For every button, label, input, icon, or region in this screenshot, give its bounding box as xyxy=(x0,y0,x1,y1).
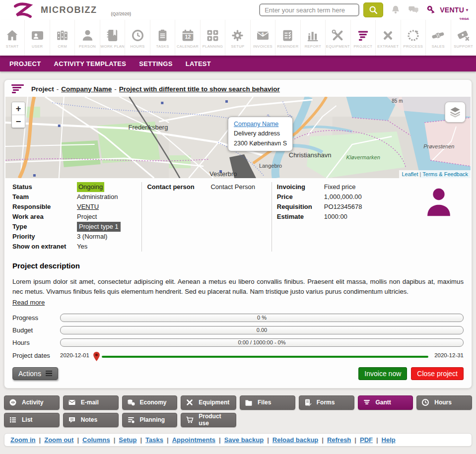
details-middle-column: Contact personContact Person xyxy=(141,182,271,252)
hours-bar: 0:00 / 1000:00 - 0% xyxy=(60,338,464,347)
tab-activity[interactable]: Activity xyxy=(4,395,60,410)
link-zoom-out[interactable]: Zoom out xyxy=(44,436,73,444)
project-panel: Project - Company Name - Project with di… xyxy=(4,79,472,389)
subnav-project[interactable]: PROJECT xyxy=(3,60,48,67)
economy-coins-icon xyxy=(127,398,135,406)
toolbar-item-report[interactable]: REPORT xyxy=(301,20,326,56)
team-value: Administration xyxy=(77,192,118,202)
map-zoom-out-button[interactable]: − xyxy=(12,115,25,128)
list-icon xyxy=(9,416,17,424)
search-button[interactable] xyxy=(363,2,383,17)
actions-menu-button[interactable]: Actions xyxy=(12,367,58,380)
tab-hours[interactable]: Hours xyxy=(416,395,472,410)
link-setup[interactable]: Setup xyxy=(119,436,136,444)
tab-product-use[interactable]: Product use xyxy=(181,413,236,427)
toolbar-item-calendar[interactable]: 12 CALENDAR xyxy=(175,20,200,56)
toolbar-item-setup[interactable]: SETUP xyxy=(225,20,250,56)
user-menu[interactable]: VENTU ▼ xyxy=(440,6,469,14)
project-end-date: 2020-12-31 xyxy=(434,352,464,358)
toolbar-item-process[interactable]: PROCESS xyxy=(401,20,426,56)
project-dates-row: Project dates 2020-12-01 2020-12-31 xyxy=(12,351,464,360)
toolbar-item-tasks[interactable]: TASKS xyxy=(150,20,175,56)
app-version: (Q2/2020) xyxy=(111,11,131,16)
link-refresh[interactable]: Refresh xyxy=(327,436,351,444)
tab-economy[interactable]: Economy xyxy=(122,395,178,410)
toolbar-item-person[interactable]: PERSON xyxy=(75,20,100,56)
cart-icon xyxy=(186,416,194,424)
leaflet-map[interactable]: Frederiksberg Vesterbro Christianshavn L… xyxy=(5,97,471,178)
breadcrumb-project-link[interactable]: Project with different title to show sea… xyxy=(119,85,280,93)
gantt-icon xyxy=(363,398,371,406)
estimate-value: 1000:00 xyxy=(324,212,347,222)
gear-icon xyxy=(230,28,245,43)
toolbar-item-user[interactable]: USER xyxy=(25,20,50,56)
tab-equipment[interactable]: Equipment xyxy=(181,395,236,410)
subnav-latest[interactable]: LATEST xyxy=(179,60,217,67)
map-label-langebro: Langebro xyxy=(259,163,282,169)
messages-chat-icon[interactable] xyxy=(408,4,419,15)
link-appointments[interactable]: Appointments xyxy=(172,436,215,444)
map-tooltip: Company Name Delivery address 2300 Køben… xyxy=(228,117,293,151)
map-attribution: Leaflet|Terms & Feedback xyxy=(399,170,471,178)
description-heading: Project description xyxy=(12,261,464,270)
toolbar-item-work-plan[interactable]: WORK PLAN xyxy=(100,20,125,56)
toolbar-item-hours[interactable]: HOURS xyxy=(125,20,150,56)
notifications-bell-icon[interactable] xyxy=(390,4,401,15)
work-plan-icon xyxy=(105,28,120,43)
terms-link[interactable]: Terms & Feedback xyxy=(422,171,468,177)
responsible-link[interactable]: VENTU xyxy=(77,202,99,212)
tab-planning[interactable]: Planning xyxy=(122,413,178,427)
link-zoom-in[interactable]: Zoom in xyxy=(10,436,36,444)
login-key-icon xyxy=(426,4,437,15)
map-zoom-in-button[interactable]: + xyxy=(12,102,25,115)
link-save-backup[interactable]: Save backup xyxy=(224,436,264,444)
top-header: MICROBIZZ (Q2/2020) VENTU ▼ xyxy=(0,0,476,20)
priority-value: 3 (Normal) xyxy=(77,232,107,242)
link-help[interactable]: Help xyxy=(382,436,396,444)
leaflet-link[interactable]: Leaflet xyxy=(402,171,418,177)
link-tasks[interactable]: Tasks xyxy=(145,436,163,444)
requisition-value: PO12345678 xyxy=(324,202,362,212)
project-start-date: 2020-12-01 xyxy=(60,352,89,358)
read-more-link[interactable]: Read more xyxy=(12,299,45,306)
toolbar-item-extranet[interactable]: EXTRANET xyxy=(376,20,401,56)
tab-list[interactable]: List xyxy=(4,413,60,427)
gantt-menu-icon[interactable] xyxy=(11,84,24,93)
close-project-button[interactable]: Close project xyxy=(411,367,464,380)
subnav-activity-templates[interactable]: ACTIVITY TEMPLATES xyxy=(48,60,133,67)
link-columns[interactable]: Columns xyxy=(82,436,110,444)
toolbar-item-start[interactable]: START xyxy=(0,20,25,56)
toolbar-item-planning[interactable]: PLANNING xyxy=(201,20,225,56)
breadcrumb: Project - Company Name - Project with di… xyxy=(5,81,471,97)
link-reload-backup[interactable]: Reload backup xyxy=(272,436,318,444)
subnav-settings[interactable]: SETTINGS xyxy=(133,60,179,67)
project-timeline-bar xyxy=(102,356,428,358)
price-value: 1,000,000.00 xyxy=(324,192,362,202)
toolbar-item-equipment[interactable]: EQUIPMENT xyxy=(326,20,350,56)
toolbar-item-reminder[interactable]: REMINDER xyxy=(275,20,300,56)
description-text: Lorem ipsum dolor sit amet, consectetur … xyxy=(12,277,464,297)
tab-files[interactable]: Files xyxy=(240,395,295,410)
tab-email[interactable]: E-mail xyxy=(63,395,119,410)
toolbar-item-support[interactable]: SUPPORT xyxy=(451,20,476,56)
microbizz-logo-icon xyxy=(11,2,34,19)
map-layers-control[interactable] xyxy=(445,102,466,123)
tab-notes[interactable]: Notes xyxy=(63,413,119,427)
toolbar-item-project[interactable]: PROJECT xyxy=(351,20,376,56)
equipment-tools-icon xyxy=(186,398,194,406)
search-input[interactable] xyxy=(259,3,359,16)
tab-gantt[interactable]: Gantt xyxy=(358,395,413,410)
planning-icon xyxy=(127,416,135,424)
tab-forms[interactable]: Forms xyxy=(299,395,354,410)
toolbar-item-sales[interactable]: SALES xyxy=(426,20,451,56)
tooltip-company-link[interactable]: Company Name xyxy=(234,121,278,128)
toolbar-item-invoices[interactable]: $ INVOICES xyxy=(251,20,275,56)
map-label-klovermarken: Kløvermarken xyxy=(346,154,380,160)
details-left-column: StatusOngoing TeamAdministration Respons… xyxy=(12,182,141,252)
link-pdf[interactable]: PDF xyxy=(360,436,373,444)
toolbar-item-crm[interactable]: CRM xyxy=(50,20,75,56)
forms-clipboard-icon xyxy=(304,398,312,406)
breadcrumb-company-link[interactable]: Company Name xyxy=(61,85,112,93)
map-label-christianshavn: Christianshavn xyxy=(289,151,332,159)
invoice-now-button[interactable]: Invoice now xyxy=(358,367,407,380)
